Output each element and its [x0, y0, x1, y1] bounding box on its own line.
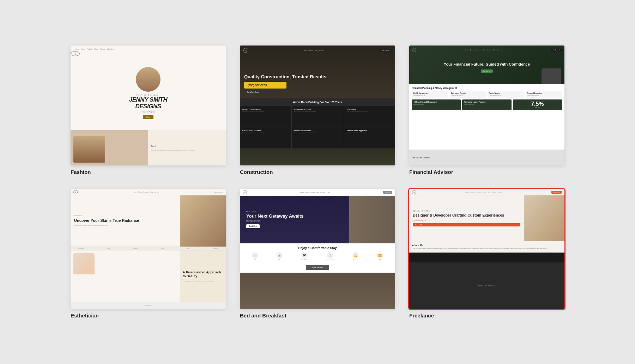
financial-percent-label: Avg. APR: [535, 107, 540, 108]
fl-hero-title: Designer & Developer Crafting Custom Exp…: [413, 213, 520, 218]
fl-dark-text: How I Can Help You: [478, 285, 495, 287]
bnb-comfort-title: Enjoy a Comfortable Stay: [243, 246, 392, 250]
fashion-tagline: Ready for Angeles: [142, 111, 155, 113]
financial-label: Financial Advisor: [409, 169, 453, 175]
fl-handle: @sarahsdesigns: [413, 219, 520, 222]
financial-preview[interactable]: ⊕ Home About Resources Blog Services Pla…: [409, 46, 564, 165]
bnb-preview[interactable]: ⊕ HomeAboutPricingBlogContact● Inn Book …: [240, 189, 395, 309]
financial-percent: 7.5%: [531, 101, 544, 107]
bnb-amenity-1: Coffee: [278, 259, 281, 261]
fl-about-desc: Hello! I'm Sarah, a digital marketing st…: [412, 248, 562, 250]
esthetician-label: Esthetician: [71, 313, 99, 318]
construction-preview[interactable]: ⊕ Home About Blog Contact Get a Quote Qu…: [240, 46, 395, 165]
esthetician-preview[interactable]: ⊕ HomeAboutServicesBlogContact Appointme…: [71, 189, 226, 309]
bnb-amenity-2: Guided Plans: [301, 259, 308, 261]
financial-title: Your Financial Future, Guided with Confi…: [413, 62, 560, 67]
fashion-nav: ⊕ Home About Portfolio Shop Contact ● Fa…: [71, 48, 226, 50]
template-item-bnb: ⊕ HomeAboutPricingBlogContact● Inn Book …: [240, 189, 395, 318]
fl-nav-btn[interactable]: Contact Me: [551, 191, 562, 194]
bnb-hero-title: Your Next Getaway Awaits: [246, 214, 303, 219]
construction-cta[interactable]: Get a Free Quote: [244, 90, 272, 94]
fl-hello: HELLO, I'M SARAH: [413, 210, 520, 212]
template-grid: ⊕ Home About Portfolio Shop Contact ● Fa…: [71, 46, 564, 318]
construction-phone: (255) 352-6258: [248, 84, 283, 87]
bnb-book-btn[interactable]: Book Now: [246, 224, 260, 228]
bnb-amenity-5: WiFi: [379, 259, 381, 261]
fashion-preview[interactable]: ⊕ Home About Portfolio Shop Contact ● Fa…: [71, 46, 226, 165]
esthetician-desc: Lorem ipsum dolor sit amet consectetur a…: [74, 224, 176, 226]
fashion-title: JENNY SMITHDESIGNS: [129, 97, 168, 110]
fl-about-title: About Me: [412, 244, 562, 247]
financial-section-title: Financial Planning & Money Management: [412, 87, 562, 89]
bnb-amenity-0: Bath: [254, 259, 256, 261]
construction-title: Quality Construction, Trusted Results: [244, 74, 391, 80]
freelance-preview[interactable]: ⊕ HomePortfolioResumeStoreBlogContact● M…: [409, 189, 564, 309]
esthetician-bottom-title: A Personalized Approach to Beauty: [183, 271, 223, 279]
bnb-price: Starting at $99/night: [246, 220, 303, 222]
fashion-subtitle: Fashion Designer: [136, 94, 160, 96]
esthetician-title: Uncover Your Skin's True Radiance: [74, 218, 176, 223]
fashion-label: Fashion: [71, 169, 91, 175]
construction-tagline: We've Been Building For Over 25 Years: [242, 101, 393, 104]
template-item-fashion: ⊕ Home About Portfolio Shop Contact ● Fa…: [71, 46, 226, 175]
template-item-financial: ⊕ Home About Resources Blog Services Pla…: [409, 46, 564, 175]
fashion-desc: Lorem ipsum dolor sit amet consectetur a…: [151, 149, 223, 151]
bnb-amenity-3: Great Heating: [326, 259, 334, 261]
construction-label: Construction: [240, 169, 273, 175]
template-item-esthetician: ⊕ HomeAboutServicesBlogContact Appointme…: [71, 189, 226, 318]
const-nav-btn[interactable]: Get a Quote: [380, 49, 392, 52]
freelance-label: Freelance: [409, 313, 434, 318]
fl-contact-btn[interactable]: Contact Me: [413, 223, 520, 226]
template-item-construction: ⊕ Home About Blog Contact Get a Quote Qu…: [240, 46, 395, 175]
bnb-cta-btn[interactable]: Book a Room: [306, 265, 329, 270]
fashion-btn[interactable]: Shop: [143, 115, 153, 119]
template-item-freelance: ⊕ HomePortfolioResumeStoreBlogContact● M…: [409, 189, 564, 318]
bnb-amenity-4: Wellness: [353, 259, 358, 261]
fashion-hello: Hello!: [151, 145, 223, 148]
bnb-welcome: WELCOME TO: [246, 211, 303, 213]
bnb-label: Bed and Breakfast: [240, 313, 286, 318]
esthetician-bottom-desc: Lorem ipsum dolor sit amet consectetur a…: [183, 280, 223, 282]
financial-btn[interactable]: Get Started: [481, 69, 493, 73]
